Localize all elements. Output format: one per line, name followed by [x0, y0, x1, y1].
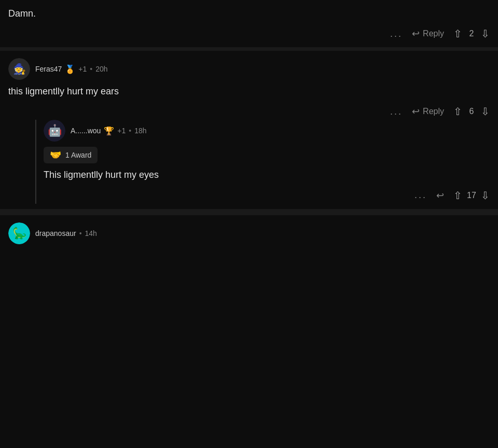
- top-comment-action-bar: ... ↩ Reply ⇧ 2 ⇩: [8, 25, 490, 42]
- award-icon: 🤝: [50, 149, 61, 161]
- feras-reply-label: Reply: [423, 107, 444, 116]
- nested-dots[interactable]: ...: [414, 190, 427, 201]
- feras-time: 20h: [95, 65, 107, 73]
- feras-reply-button[interactable]: ↩ Reply: [412, 106, 444, 117]
- feras-user-meta: Feras47 🏅 +1 • 20h: [35, 64, 108, 74]
- feras-avatar: 🧙: [8, 58, 30, 80]
- nested-comment: 🤖 A......wou 🏆 +1 • 18h 🤝 1 Award This l…: [35, 120, 490, 203]
- top-comment: Damn. ... ↩ Reply ⇧ 2 ⇩: [0, 0, 498, 48]
- feras-karma: +1: [78, 65, 87, 73]
- top-comment-vote-bar: ⇧ 2 ⇩: [453, 27, 490, 40]
- nested-username[interactable]: A......wou: [71, 127, 101, 135]
- drapanosaur-comment: 🦕 drapanosaur • 14h: [0, 212, 498, 249]
- nested-comment-header: 🤖 A......wou 🏆 +1 • 18h: [44, 120, 490, 142]
- feras-comment-header: 🧙 Feras47 🏅 +1 • 20h: [8, 58, 490, 80]
- feras-avatar-image: 🧙: [8, 58, 30, 80]
- top-comment-reply-button[interactable]: ↩ Reply: [412, 28, 444, 39]
- drapanosaur-avatar-image: 🦕: [8, 222, 30, 244]
- drapanosaur-avatar: 🦕: [8, 222, 30, 244]
- nested-badge: 🏆: [104, 126, 114, 136]
- drapanosaur-dot: •: [79, 229, 82, 237]
- award-badge: 🤝 1 Award: [44, 147, 98, 163]
- top-comment-upvote[interactable]: ⇧: [453, 27, 462, 40]
- award-label: 1 Award: [65, 151, 91, 159]
- feras-dot: •: [90, 65, 92, 73]
- feras-vote-bar: ⇧ 6 ⇩: [453, 105, 490, 118]
- feras-action-bar: ... ↩ Reply ⇧ 6 ⇩: [8, 103, 490, 120]
- feras-downvote[interactable]: ⇩: [481, 105, 490, 118]
- nested-time: 18h: [134, 127, 146, 135]
- feras-comment-text: this ligmentlly hurt my ears: [8, 85, 490, 98]
- drapanosaur-header: 🦕 drapanosaur • 14h: [8, 222, 490, 244]
- feras-upvote[interactable]: ⇧: [453, 105, 462, 118]
- nested-reply-icon: ↩: [436, 190, 444, 201]
- drapanosaur-time: 14h: [85, 229, 97, 237]
- nested-reply-button[interactable]: ↩: [436, 190, 444, 201]
- top-comment-text: Damn.: [8, 7, 490, 20]
- nested-action-bar: ... ↩ ⇧ 17 ⇩: [44, 187, 490, 204]
- nested-user-meta: A......wou 🏆 +1 • 18h: [71, 126, 147, 136]
- nested-avatar-image: 🤖: [44, 120, 65, 142]
- drapanosaur-user-meta: drapanosaur • 14h: [35, 229, 97, 237]
- top-comment-dots[interactable]: ...: [390, 29, 403, 39]
- nested-downvote[interactable]: ⇩: [481, 189, 490, 202]
- feras-reply-icon: ↩: [412, 106, 420, 117]
- nested-karma: +1: [117, 127, 126, 135]
- top-comment-vote-count: 2: [466, 29, 477, 38]
- nested-vote-bar: ⇧ 17 ⇩: [453, 189, 490, 202]
- nested-upvote[interactable]: ⇧: [453, 189, 462, 202]
- feras-comment: 🧙 Feras47 🏅 +1 • 20h this ligmentlly hur…: [0, 51, 498, 208]
- feras-vote-count: 6: [466, 107, 477, 116]
- nested-comment-text: This ligmentlly hurt my eyes: [44, 169, 490, 181]
- nested-vote-count: 17: [466, 191, 477, 200]
- feras-badge: 🏅: [65, 64, 75, 74]
- top-comment-reply-label: Reply: [423, 29, 444, 38]
- drapanosaur-username[interactable]: drapanosaur: [35, 229, 76, 237]
- top-comment-downvote[interactable]: ⇩: [481, 27, 490, 40]
- reply-icon: ↩: [412, 28, 420, 39]
- nested-avatar: 🤖: [44, 120, 65, 142]
- nested-dot: •: [129, 127, 131, 135]
- feras-username[interactable]: Feras47: [35, 65, 62, 73]
- feras-dots[interactable]: ...: [390, 106, 403, 117]
